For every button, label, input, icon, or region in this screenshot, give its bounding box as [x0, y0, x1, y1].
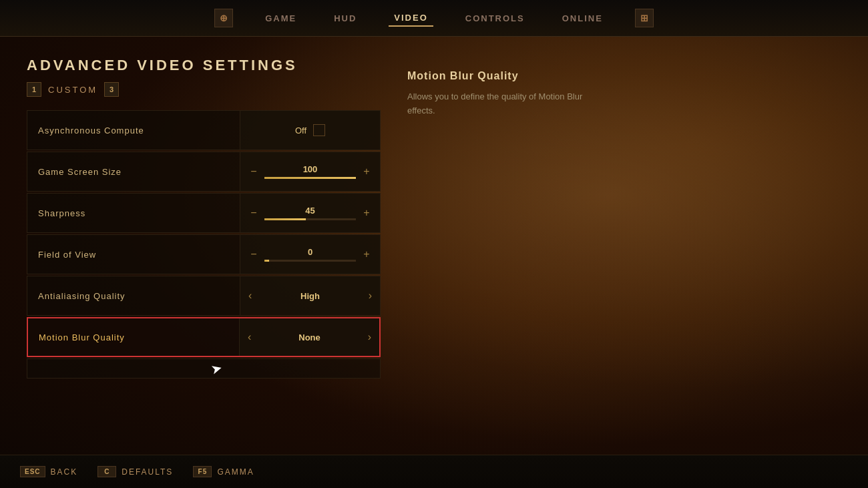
setting-row-antialiasing[interactable]: Antialiasing Quality ‹ High ›: [27, 276, 381, 316]
main-content: ADVANCED VIDEO SETTINGS 1 CUSTOM 3 Async…: [0, 37, 868, 455]
preset-badge-2: 3: [104, 82, 119, 97]
preset-badge-1: 1: [27, 82, 41, 97]
nav-game[interactable]: GAME: [260, 11, 302, 26]
toggle-checkbox-async[interactable]: [313, 124, 325, 136]
left-panel: ADVANCED VIDEO SETTINGS 1 CUSTOM 3 Async…: [27, 57, 381, 435]
setting-name-screen-size: Game Screen Size: [27, 167, 240, 177]
setting-control-fov: − 0 +: [240, 235, 380, 274]
bottom-bar: ESC Back C Defaults F5 Gamma: [0, 455, 868, 488]
setting-name-antialiasing: Antialiasing Quality: [27, 291, 240, 301]
increase-fov-button[interactable]: +: [360, 248, 373, 260]
slider-fill-screen-size: [264, 177, 356, 179]
info-title: Motion Blur Quality: [407, 70, 815, 82]
decrease-screen-size-button[interactable]: −: [247, 166, 260, 178]
slider-wrapper-fov: 0: [264, 247, 356, 262]
nav-hud[interactable]: HUD: [329, 11, 362, 26]
prev-motion-blur-button[interactable]: ‹: [248, 331, 251, 343]
slider-sharpness: − 45 +: [240, 206, 380, 220]
esc-key-badge: ESC: [20, 466, 45, 477]
partial-row: [27, 358, 381, 379]
antialiasing-value: High: [300, 291, 320, 301]
increase-sharpness-button[interactable]: +: [360, 207, 373, 219]
setting-row-async-compute[interactable]: Asynchronous Compute Off: [27, 110, 381, 150]
toggle-value-async: Off: [295, 126, 306, 136]
setting-row-sharpness[interactable]: Sharpness − 45 +: [27, 193, 381, 233]
preset-label: CUSTOM: [48, 85, 97, 95]
topbar-icon-left: ⊕: [214, 9, 233, 27]
toggle-async-compute: Off: [295, 124, 325, 136]
preset-row: 1 CUSTOM 3: [27, 82, 381, 97]
slider-value-fov: 0: [308, 247, 312, 257]
slider-screen-size: − 100 +: [240, 164, 380, 179]
nav-video[interactable]: VIDEO: [389, 10, 433, 27]
next-antialiasing-button[interactable]: ›: [369, 290, 372, 302]
c-key-badge: C: [97, 466, 116, 477]
increase-screen-size-button[interactable]: +: [360, 166, 373, 178]
back-label: Back: [51, 467, 78, 477]
setting-row-fov[interactable]: Field of View − 0 +: [27, 234, 381, 274]
topbar: ⊕ GAME HUD VIDEO CONTROLS ONLINE ⊞: [0, 0, 868, 37]
slider-value-screen-size: 100: [303, 164, 318, 174]
gamma-label: Gamma: [217, 467, 254, 477]
slider-wrapper-screen-size: 100: [264, 164, 356, 179]
setting-control-motion-blur: ‹ None ›: [239, 318, 379, 356]
topbar-icon-right: ⊞: [635, 9, 654, 27]
slider-fill-fov: [264, 260, 269, 262]
slider-wrapper-sharpness: 45: [264, 206, 356, 220]
back-action[interactable]: ESC Back: [20, 466, 77, 477]
slider-fov: − 0 +: [240, 247, 380, 262]
slider-track-sharpness[interactable]: [264, 218, 356, 220]
settings-list: Asynchronous Compute Off Game Screen Siz…: [27, 110, 381, 379]
info-description: Allows you to define the quality of Moti…: [407, 90, 608, 118]
setting-name-motion-blur: Motion Blur Quality: [28, 332, 239, 342]
motion-blur-value: None: [298, 332, 320, 342]
setting-name-async-compute: Asynchronous Compute: [27, 126, 240, 136]
nav-controls[interactable]: CONTROLS: [460, 11, 530, 26]
setting-row-motion-blur[interactable]: Motion Blur Quality ‹ None ›: [27, 317, 381, 357]
defaults-action[interactable]: C Defaults: [97, 466, 173, 477]
slider-track-screen-size[interactable]: [264, 177, 356, 179]
slider-value-sharpness: 45: [305, 206, 314, 216]
decrease-sharpness-button[interactable]: −: [247, 207, 260, 219]
prev-antialiasing-button[interactable]: ‹: [248, 290, 252, 302]
next-motion-blur-button[interactable]: ›: [368, 331, 371, 343]
setting-control-screen-size: − 100 +: [240, 152, 380, 191]
setting-name-sharpness: Sharpness: [27, 208, 240, 218]
f5-key-badge: F5: [193, 466, 212, 477]
slider-fill-sharpness: [264, 218, 306, 220]
gamma-action[interactable]: F5 Gamma: [193, 466, 254, 477]
page-title: ADVANCED VIDEO SETTINGS: [27, 57, 381, 74]
setting-control-async-compute: Off: [240, 111, 380, 150]
nav-online[interactable]: ONLINE: [557, 11, 608, 26]
setting-control-antialiasing: ‹ High ›: [240, 276, 380, 315]
defaults-label: Defaults: [122, 467, 173, 477]
setting-name-fov: Field of View: [27, 250, 240, 260]
setting-control-sharpness: − 45 +: [240, 194, 380, 232]
dropdown-motion-blur: ‹ None ›: [240, 331, 379, 343]
decrease-fov-button[interactable]: −: [247, 248, 260, 260]
slider-track-fov[interactable]: [264, 260, 356, 262]
dropdown-antialiasing: ‹ High ›: [240, 290, 380, 302]
setting-row-screen-size[interactable]: Game Screen Size − 100 +: [27, 152, 381, 192]
right-panel: Motion Blur Quality Allows you to define…: [381, 57, 841, 435]
